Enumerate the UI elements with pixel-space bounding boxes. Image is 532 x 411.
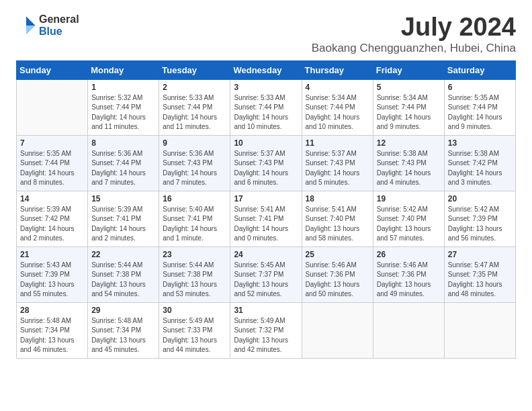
calendar-cell: 17Sunrise: 5:41 AM Sunset: 7:41 PM Dayli…: [230, 191, 302, 246]
day-info: Sunrise: 5:41 AM Sunset: 7:41 PM Dayligh…: [234, 205, 298, 244]
day-number: 30: [163, 306, 226, 315]
day-info: Sunrise: 5:39 AM Sunset: 7:41 PM Dayligh…: [91, 205, 155, 244]
day-info: Sunrise: 5:46 AM Sunset: 7:36 PM Dayligh…: [377, 261, 441, 300]
day-number: 21: [20, 250, 84, 259]
calendar-cell: 25Sunrise: 5:46 AM Sunset: 7:36 PM Dayli…: [302, 246, 373, 302]
calendar-cell: 26Sunrise: 5:46 AM Sunset: 7:36 PM Dayli…: [373, 246, 444, 302]
day-info: Sunrise: 5:35 AM Sunset: 7:44 PM Dayligh…: [448, 93, 512, 132]
calendar-cell: 2Sunrise: 5:33 AM Sunset: 7:44 PM Daylig…: [159, 79, 230, 135]
calendar-cell: 1Sunrise: 5:32 AM Sunset: 7:44 PM Daylig…: [88, 79, 159, 135]
day-info: Sunrise: 5:49 AM Sunset: 7:33 PM Dayligh…: [163, 316, 226, 355]
day-number: 15: [91, 194, 155, 203]
day-number: 19: [377, 194, 441, 203]
logo-icon: [16, 15, 36, 36]
logo-general-text: General: [39, 13, 79, 26]
day-number: 6: [448, 83, 512, 92]
calendar-cell: 30Sunrise: 5:49 AM Sunset: 7:33 PM Dayli…: [159, 302, 230, 358]
calendar-week-5: 28Sunrise: 5:48 AM Sunset: 7:34 PM Dayli…: [17, 302, 516, 358]
calendar-cell: 20Sunrise: 5:42 AM Sunset: 7:39 PM Dayli…: [444, 191, 515, 246]
day-number: 5: [377, 83, 441, 92]
day-number: 11: [306, 138, 369, 148]
day-number: 17: [234, 194, 298, 203]
day-number: 28: [20, 306, 84, 315]
calendar-cell: 6Sunrise: 5:35 AM Sunset: 7:44 PM Daylig…: [444, 79, 515, 135]
logo-blue-text: Blue: [39, 26, 79, 38]
svg-marker-1: [26, 26, 36, 35]
day-info: Sunrise: 5:39 AM Sunset: 7:42 PM Dayligh…: [20, 205, 84, 244]
day-number: 12: [377, 138, 441, 148]
calendar-table: SundayMondayTuesdayWednesdayThursdayFrid…: [16, 60, 516, 359]
day-number: 7: [20, 138, 84, 148]
calendar-cell: 3Sunrise: 5:33 AM Sunset: 7:44 PM Daylig…: [230, 79, 302, 135]
calendar-cell: 15Sunrise: 5:39 AM Sunset: 7:41 PM Dayli…: [88, 191, 159, 246]
day-info: Sunrise: 5:34 AM Sunset: 7:44 PM Dayligh…: [306, 93, 369, 132]
day-info: Sunrise: 5:45 AM Sunset: 7:37 PM Dayligh…: [234, 261, 298, 300]
calendar-cell: 24Sunrise: 5:45 AM Sunset: 7:37 PM Dayli…: [230, 246, 302, 302]
day-info: Sunrise: 5:33 AM Sunset: 7:44 PM Dayligh…: [234, 93, 298, 132]
day-info: Sunrise: 5:41 AM Sunset: 7:40 PM Dayligh…: [306, 205, 369, 244]
calendar-cell: 11Sunrise: 5:37 AM Sunset: 7:43 PM Dayli…: [302, 135, 373, 191]
calendar-cell: 12Sunrise: 5:38 AM Sunset: 7:43 PM Dayli…: [373, 135, 444, 191]
day-number: 4: [306, 83, 369, 92]
day-info: Sunrise: 5:42 AM Sunset: 7:39 PM Dayligh…: [448, 205, 512, 244]
month-title: July 2024: [312, 13, 516, 42]
day-number: 31: [234, 306, 298, 315]
calendar-cell: 10Sunrise: 5:37 AM Sunset: 7:43 PM Dayli…: [230, 135, 302, 191]
calendar-cell: 31Sunrise: 5:49 AM Sunset: 7:32 PM Dayli…: [230, 302, 302, 358]
calendar-cell: 8Sunrise: 5:36 AM Sunset: 7:44 PM Daylig…: [88, 135, 159, 191]
calendar-week-2: 7Sunrise: 5:35 AM Sunset: 7:44 PM Daylig…: [17, 135, 516, 191]
day-number: 16: [163, 194, 226, 203]
header-day-tuesday: Tuesday: [159, 60, 230, 79]
day-number: 27: [448, 250, 512, 259]
day-number: 29: [91, 306, 155, 315]
calendar-cell: 18Sunrise: 5:41 AM Sunset: 7:40 PM Dayli…: [302, 191, 373, 246]
day-number: 18: [306, 194, 369, 203]
calendar-cell: 9Sunrise: 5:36 AM Sunset: 7:43 PM Daylig…: [159, 135, 230, 191]
calendar-cell: 29Sunrise: 5:48 AM Sunset: 7:34 PM Dayli…: [88, 302, 159, 358]
day-info: Sunrise: 5:42 AM Sunset: 7:40 PM Dayligh…: [377, 205, 441, 244]
day-info: Sunrise: 5:48 AM Sunset: 7:34 PM Dayligh…: [20, 316, 84, 355]
day-info: Sunrise: 5:48 AM Sunset: 7:34 PM Dayligh…: [91, 316, 155, 355]
day-number: 2: [163, 83, 226, 92]
calendar-cell: [302, 302, 373, 358]
calendar-cell: 7Sunrise: 5:35 AM Sunset: 7:44 PM Daylig…: [17, 135, 88, 191]
svg-marker-0: [26, 16, 36, 26]
day-info: Sunrise: 5:46 AM Sunset: 7:36 PM Dayligh…: [306, 261, 369, 300]
day-info: Sunrise: 5:33 AM Sunset: 7:44 PM Dayligh…: [163, 93, 226, 132]
day-number: 10: [234, 138, 298, 148]
calendar-cell: 28Sunrise: 5:48 AM Sunset: 7:34 PM Dayli…: [17, 302, 88, 358]
day-number: 8: [91, 138, 155, 148]
day-number: 22: [91, 250, 155, 259]
calendar-cell: 13Sunrise: 5:38 AM Sunset: 7:42 PM Dayli…: [444, 135, 515, 191]
header-day-thursday: Thursday: [302, 60, 373, 79]
calendar-cell: 5Sunrise: 5:34 AM Sunset: 7:44 PM Daylig…: [373, 79, 444, 135]
day-number: 26: [377, 250, 441, 259]
day-info: Sunrise: 5:40 AM Sunset: 7:41 PM Dayligh…: [163, 205, 226, 244]
calendar-cell: 16Sunrise: 5:40 AM Sunset: 7:41 PM Dayli…: [159, 191, 230, 246]
header-day-wednesday: Wednesday: [230, 60, 302, 79]
day-info: Sunrise: 5:32 AM Sunset: 7:44 PM Dayligh…: [91, 93, 155, 132]
logo: General Blue: [16, 13, 79, 37]
calendar-cell: [17, 79, 88, 135]
calendar-cell: 22Sunrise: 5:44 AM Sunset: 7:38 PM Dayli…: [88, 246, 159, 302]
calendar-week-1: 1Sunrise: 5:32 AM Sunset: 7:44 PM Daylig…: [17, 79, 516, 135]
calendar-cell: 21Sunrise: 5:43 AM Sunset: 7:39 PM Dayli…: [17, 246, 88, 302]
calendar-cell: 23Sunrise: 5:44 AM Sunset: 7:38 PM Dayli…: [159, 246, 230, 302]
day-info: Sunrise: 5:35 AM Sunset: 7:44 PM Dayligh…: [20, 149, 84, 188]
day-number: 14: [20, 194, 84, 203]
calendar-cell: [373, 302, 444, 358]
location-title: Baokang Chengguanzhen, Hubei, China: [312, 42, 516, 55]
header-day-monday: Monday: [88, 60, 159, 79]
day-info: Sunrise: 5:44 AM Sunset: 7:38 PM Dayligh…: [163, 261, 226, 300]
day-info: Sunrise: 5:37 AM Sunset: 7:43 PM Dayligh…: [306, 149, 369, 188]
day-number: 23: [163, 250, 226, 259]
day-info: Sunrise: 5:34 AM Sunset: 7:44 PM Dayligh…: [377, 93, 441, 132]
day-number: 24: [234, 250, 298, 259]
day-info: Sunrise: 5:47 AM Sunset: 7:35 PM Dayligh…: [448, 261, 512, 300]
title-block: July 2024 Baokang Chengguanzhen, Hubei, …: [312, 13, 516, 55]
day-number: 1: [91, 83, 155, 92]
day-number: 9: [163, 138, 226, 148]
calendar-cell: 27Sunrise: 5:47 AM Sunset: 7:35 PM Dayli…: [444, 246, 515, 302]
day-info: Sunrise: 5:38 AM Sunset: 7:43 PM Dayligh…: [377, 149, 441, 188]
calendar-week-3: 14Sunrise: 5:39 AM Sunset: 7:42 PM Dayli…: [17, 191, 516, 246]
